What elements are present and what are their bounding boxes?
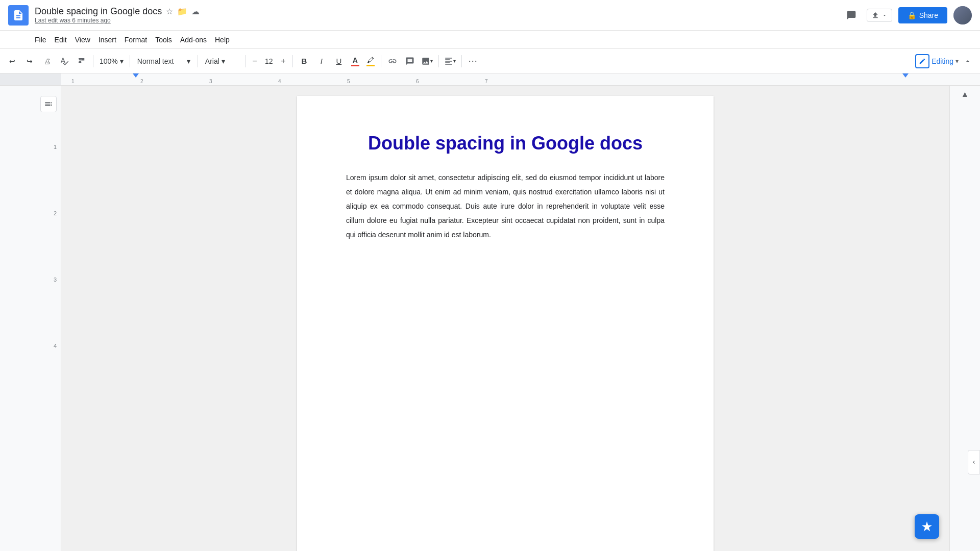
style-select[interactable]: Normal text ▾ — [133, 55, 194, 67]
more-dots-icon: ··· — [469, 56, 478, 66]
font-size-decrease[interactable]: − — [249, 55, 261, 67]
ruler-content: 1 2 3 4 5 6 7 — [61, 73, 980, 85]
top-right-actions: 🔒 Share — [842, 6, 972, 24]
comment-inline-button[interactable] — [402, 53, 418, 69]
scroll-up-button[interactable]: ▲ — [961, 90, 969, 99]
ruler-left-margin — [0, 73, 61, 85]
style-value: Normal text — [137, 57, 174, 65]
menu-view[interactable]: View — [71, 34, 94, 46]
divider-8 — [461, 55, 462, 67]
ruler-num-3: 3 — [209, 79, 212, 84]
editing-chevron: ▾ — [955, 58, 959, 65]
menu-help[interactable]: Help — [211, 34, 234, 46]
highlight-button[interactable]: 🖍 — [363, 54, 378, 68]
side-panel-toggle[interactable] — [968, 450, 980, 474]
comment-button[interactable] — [842, 6, 861, 24]
ruler-num-1: 1 — [71, 79, 75, 84]
font-size-increase[interactable]: + — [277, 55, 289, 67]
cloud-icon[interactable]: ☁ — [191, 7, 200, 16]
text-color-button[interactable]: A — [348, 54, 362, 68]
ai-assistant-button[interactable] — [915, 514, 939, 539]
divider-5 — [292, 55, 293, 67]
outline-button[interactable] — [40, 96, 57, 112]
paint-format-button[interactable] — [74, 53, 90, 69]
font-chevron: ▾ — [222, 57, 225, 65]
style-chevron: ▾ — [187, 57, 190, 65]
star-icon[interactable]: ☆ — [166, 7, 173, 16]
image-chevron: ▾ — [430, 58, 433, 64]
menu-format[interactable]: Format — [120, 34, 151, 46]
text-color-icon: A — [353, 56, 358, 64]
v-ruler-4: 4 — [54, 342, 57, 408]
zoom-value: 100% — [100, 57, 118, 65]
last-edit-status: Last edit was 6 minutes ago — [35, 17, 842, 24]
menu-tools[interactable]: Tools — [151, 34, 176, 46]
main-area: 1 2 3 4 Double spacing in Google docs Lo… — [0, 86, 980, 551]
upload-icon — [871, 11, 879, 19]
share-button[interactable]: 🔒 Share — [898, 7, 947, 23]
print-button[interactable]: 🖨 — [39, 53, 55, 69]
v-ruler-1: 1 — [54, 143, 57, 209]
highlight-bar — [366, 65, 375, 66]
ruler-indent-right[interactable] — [902, 73, 909, 78]
document-body[interactable]: Lorem ipsum dolor sit amet, consectetur … — [346, 170, 665, 242]
menu-insert[interactable]: Insert — [94, 34, 120, 46]
share-label: Share — [919, 11, 938, 19]
editing-icon — [915, 54, 929, 68]
more-options-button[interactable]: ··· — [465, 53, 481, 69]
font-value: Arial — [205, 57, 219, 65]
zoom-chevron: ▾ — [120, 57, 124, 65]
editing-label: Editing — [932, 57, 953, 65]
italic-button[interactable]: I — [313, 53, 330, 69]
align-button[interactable]: ▾ — [442, 53, 458, 69]
menu-addons[interactable]: Add-ons — [176, 34, 211, 46]
zoom-select[interactable]: 100% ▾ — [96, 55, 127, 67]
chevron-down-icon — [881, 12, 888, 18]
divider-1 — [93, 55, 93, 67]
link-button[interactable] — [384, 53, 401, 69]
redo-button[interactable]: ↪ — [21, 53, 38, 69]
font-size-control: − 12 + — [249, 55, 289, 67]
image-button[interactable]: ▾ — [419, 53, 435, 69]
save-to-drive-button[interactable] — [867, 9, 892, 22]
menu-edit[interactable]: Edit — [51, 34, 71, 46]
folder-icon[interactable]: 📁 — [177, 7, 187, 16]
user-avatar[interactable] — [953, 6, 972, 24]
divider-2 — [130, 55, 130, 67]
menu-file[interactable]: File — [31, 34, 51, 46]
lock-icon: 🔒 — [908, 11, 916, 19]
ruler-num-2: 2 — [140, 79, 143, 84]
docs-logo-icon — [12, 9, 24, 21]
bold-button[interactable]: B — [296, 53, 312, 69]
v-ruler-2: 2 — [54, 209, 57, 276]
collapse-toolbar-button[interactable] — [960, 53, 976, 69]
ruler-num-6: 6 — [416, 79, 419, 84]
divider-6 — [381, 55, 381, 67]
doc-title: Double spacing in Google docs — [35, 6, 162, 17]
ruler-num-7: 7 — [485, 79, 488, 84]
toolbar: ↩ ↪ 🖨 100% ▾ Normal text ▾ Arial ▾ − 12 … — [0, 49, 980, 73]
font-size-value: 12 — [262, 57, 276, 65]
divider-4 — [245, 55, 246, 67]
v-ruler-3: 3 — [54, 276, 57, 342]
spellcheck-button[interactable] — [56, 53, 72, 69]
top-bar: Double spacing in Google docs ☆ 📁 ☁ Last… — [0, 0, 980, 31]
page[interactable]: Double spacing in Google docs Lorem ipsu… — [297, 96, 714, 551]
undo-button[interactable]: ↩ — [4, 53, 20, 69]
align-chevron: ▾ — [453, 58, 456, 64]
document-area: Double spacing in Google docs Lorem ipsu… — [61, 86, 949, 551]
divider-7 — [438, 55, 439, 67]
divider-3 — [198, 55, 198, 67]
ruler-num-4: 4 — [278, 79, 281, 84]
highlight-icon: 🖍 — [367, 56, 374, 64]
font-select[interactable]: Arial ▾ — [201, 55, 242, 67]
underline-button[interactable]: U — [331, 53, 347, 69]
ruler-num-5: 5 — [347, 79, 350, 84]
ruler-indent-top[interactable] — [133, 73, 139, 78]
text-color-bar — [351, 65, 359, 66]
editing-mode-selector[interactable]: Editing ▾ — [915, 54, 959, 68]
horizontal-ruler: 1 2 3 4 5 6 7 — [0, 73, 980, 86]
ai-icon — [921, 520, 933, 533]
menu-bar: File Edit View Insert Format Tools Add-o… — [0, 31, 980, 49]
right-panel: ▲ — [949, 86, 980, 551]
